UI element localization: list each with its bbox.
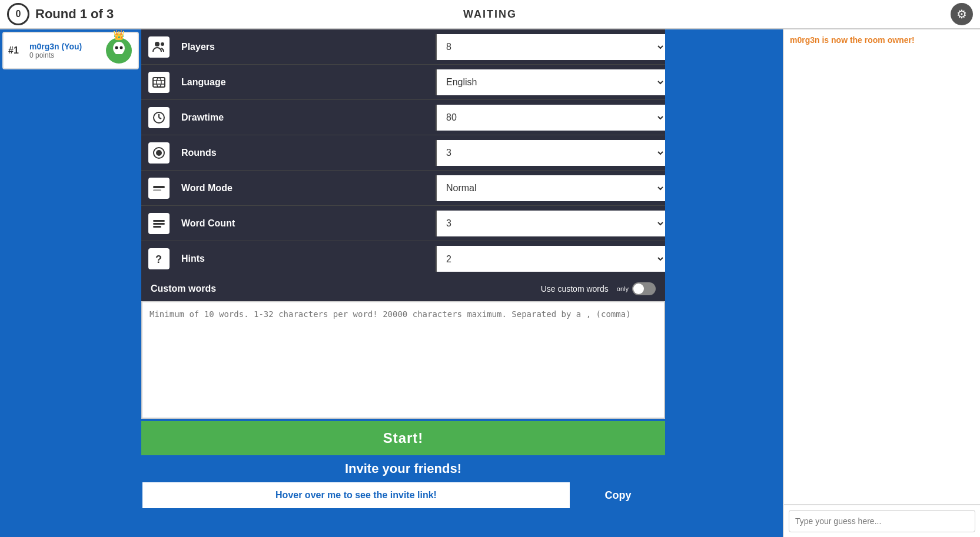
- players-select[interactable]: 82345679101112: [436, 34, 665, 60]
- settings-row-drawtime: Drawtime 80304050607090100120: [141, 100, 665, 135]
- word-mode-icon-cell: [141, 172, 177, 205]
- word-count-label: Word Count: [177, 218, 436, 229]
- player-avatar: 👑: [105, 36, 133, 65]
- svg-rect-19: [153, 220, 165, 222]
- chat-input-container: [784, 504, 980, 537]
- hints-icon: ?: [148, 248, 170, 269]
- custom-words-toggle-label: Use custom words: [541, 284, 609, 293]
- chat-system-message: m0rg3n is now the room owner!: [790, 35, 974, 45]
- language-icon: [148, 72, 170, 93]
- word-count-select[interactable]: 31245: [436, 211, 665, 236]
- only-label: only: [617, 285, 629, 292]
- chat-input[interactable]: [789, 510, 975, 532]
- svg-point-4: [115, 50, 123, 55]
- players-icon-cell: [141, 31, 177, 64]
- rounds-icon: [148, 142, 170, 164]
- invite-link-bar: Hover over me to see the invite link! Co…: [141, 481, 665, 509]
- gear-icon[interactable]: ⚙: [951, 3, 973, 25]
- custom-words-toggle[interactable]: [632, 282, 656, 295]
- svg-point-7: [161, 42, 164, 46]
- player-info: m0rg3n (You) 0 points: [29, 42, 100, 59]
- svg-point-16: [156, 150, 162, 156]
- copy-button[interactable]: Copy: [571, 481, 665, 509]
- svg-line-14: [159, 118, 161, 119]
- word-mode-icon: [148, 178, 170, 199]
- rounds-label: Rounds: [177, 148, 436, 158]
- word-mode-select[interactable]: NormalHiddenCombination: [436, 175, 665, 201]
- round-badge: 0: [7, 3, 29, 25]
- svg-point-11: [157, 78, 161, 87]
- toggle-knob: [633, 283, 644, 294]
- svg-rect-21: [153, 226, 161, 228]
- drawtime-select[interactable]: 80304050607090100120: [436, 105, 665, 131]
- crown-icon: 👑: [113, 29, 125, 41]
- invite-link-text[interactable]: Hover over me to see the invite link!: [141, 481, 571, 509]
- svg-point-3: [120, 46, 123, 49]
- svg-rect-17: [153, 186, 165, 188]
- settings-rows: Players 82345679101112 Language EnglishD…: [141, 29, 665, 276]
- player-name: m0rg3n (You): [29, 42, 100, 51]
- svg-rect-8: [153, 78, 165, 87]
- players-icon: [148, 36, 170, 58]
- round-title: Round 1 of 3: [35, 6, 114, 22]
- invite-title: Invite your friends!: [141, 455, 665, 481]
- language-icon-cell: [141, 66, 177, 99]
- word-count-icon-cell: [141, 207, 177, 240]
- rounds-select[interactable]: 3245678910: [436, 140, 665, 166]
- settings-row-language: Language EnglishDeutschEspañolFrançais: [141, 65, 665, 100]
- svg-text:?: ?: [155, 254, 162, 265]
- players-sidebar: #1 m0rg3n (You) 0 points 👑: [0, 29, 141, 72]
- language-label: Language: [177, 77, 436, 88]
- word-count-icon: [148, 213, 170, 234]
- chat-sidebar: m0rg3n is now the room owner!: [783, 29, 980, 537]
- settings-row-players: Players 82345679101112: [141, 29, 665, 65]
- hints-select[interactable]: 201345: [436, 246, 665, 272]
- chat-messages: m0rg3n is now the room owner!: [784, 29, 980, 504]
- invite-section: Invite your friends! Hover over me to se…: [141, 455, 665, 509]
- players-label: Players: [177, 42, 436, 52]
- player-points: 0 points: [29, 51, 100, 59]
- player-rank: #1: [8, 45, 25, 56]
- svg-rect-5: [111, 54, 127, 62]
- player-item: #1 m0rg3n (You) 0 points 👑: [2, 32, 139, 69]
- word-mode-label: Word Mode: [177, 183, 436, 194]
- custom-words-toggle-area: Use custom words only: [541, 282, 656, 295]
- svg-point-2: [115, 46, 118, 49]
- drawtime-label: Drawtime: [177, 112, 436, 123]
- rounds-icon-cell: [141, 136, 177, 169]
- svg-rect-18: [153, 189, 161, 191]
- custom-words-textarea[interactable]: [141, 301, 665, 419]
- start-button[interactable]: Start!: [141, 421, 665, 455]
- hints-icon-cell: ?: [141, 242, 177, 275]
- settings-row-hints: ? Hints 201345: [141, 241, 665, 276]
- top-bar-left: 0 Round 1 of 3: [7, 3, 114, 25]
- settings-panel: Players 82345679101112 Language EnglishD…: [141, 29, 665, 509]
- waiting-text: WAITING: [463, 8, 517, 21]
- custom-words-title: Custom words: [151, 283, 216, 294]
- drawtime-icon: [148, 107, 170, 128]
- custom-words-header: Custom words Use custom words only: [141, 276, 665, 301]
- hints-label: Hints: [177, 254, 436, 264]
- top-bar: 0 Round 1 of 3 WAITING ⚙: [0, 0, 980, 29]
- avatar-svg: [105, 36, 133, 65]
- settings-row-word-mode: Word Mode NormalHiddenCombination: [141, 171, 665, 206]
- drawtime-icon-cell: [141, 101, 177, 134]
- svg-point-6: [155, 42, 160, 46]
- language-select[interactable]: EnglishDeutschEspañolFrançais: [436, 69, 665, 95]
- svg-rect-20: [153, 223, 165, 225]
- settings-row-word-count: Word Count 31245: [141, 206, 665, 241]
- settings-row-rounds: Rounds 3245678910: [141, 135, 665, 171]
